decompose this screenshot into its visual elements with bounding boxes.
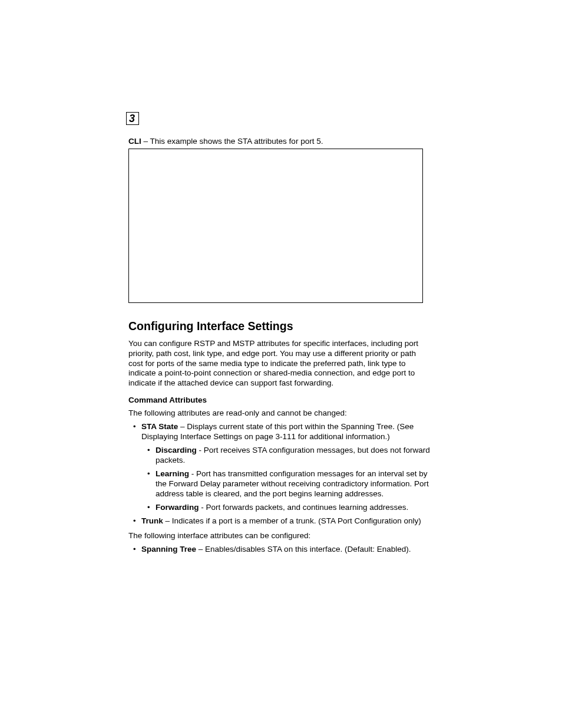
chapter-badge: 3 (126, 112, 139, 125)
configurable-intro-line: The following interface attributes can b… (128, 531, 432, 541)
list-item-lead: Discarding (156, 446, 197, 454)
page: 3 CLI – This example shows the STA attri… (0, 0, 562, 728)
cli-intro-rest: – This example shows the STA attributes … (141, 137, 323, 146)
list-item: Spanning Tree – Enables/disables STA on … (141, 544, 432, 554)
readonly-intro-line: The following attributes are read-only a… (128, 408, 432, 418)
list-item-rest: - Port has transmitted configuration mes… (156, 469, 429, 498)
cli-intro-line: CLI – This example shows the STA attribu… (128, 137, 432, 146)
readonly-attribute-list: STA State – Displays current state of th… (128, 421, 432, 526)
list-item-rest: - Port forwards packets, and continues l… (199, 503, 409, 512)
list-item-rest: – Displays current state of this port wi… (141, 422, 414, 441)
chapter-number: 3 (129, 113, 135, 124)
list-item: Learning - Port has transmitted configur… (156, 469, 432, 499)
list-item: Forwarding - Port forwards packets, and … (156, 502, 432, 512)
list-item: Trunk – Indicates if a port is a member … (141, 516, 432, 526)
configurable-attribute-list: Spanning Tree – Enables/disables STA on … (128, 544, 432, 554)
sta-state-sublist: Discarding - Port receives STA configura… (141, 445, 432, 512)
list-item-lead: STA State (141, 422, 178, 431)
list-item: Discarding - Port receives STA configura… (156, 445, 432, 465)
section-intro-paragraph: You can configure RSTP and MSTP attribut… (128, 339, 432, 388)
list-item-rest: – Indicates if a port is a member of a t… (163, 516, 421, 525)
list-item-lead: Spanning Tree (141, 545, 196, 554)
list-item-lead: Forwarding (156, 503, 199, 512)
section-title: Configuring Interface Settings (128, 319, 432, 333)
list-item-lead: Trunk (141, 516, 163, 525)
list-item-lead: Learning (156, 469, 189, 478)
list-item: STA State – Displays current state of th… (141, 421, 432, 512)
code-output-box (128, 149, 423, 303)
list-item-rest: – Enables/disables STA on this interface… (196, 545, 411, 554)
command-attributes-heading: Command Attributes (128, 396, 432, 404)
list-item-rest: - Port receives STA configuration messag… (156, 446, 430, 465)
list-item-body: STA State – Displays current state of th… (141, 422, 414, 441)
cli-intro-lead: CLI (128, 137, 141, 146)
